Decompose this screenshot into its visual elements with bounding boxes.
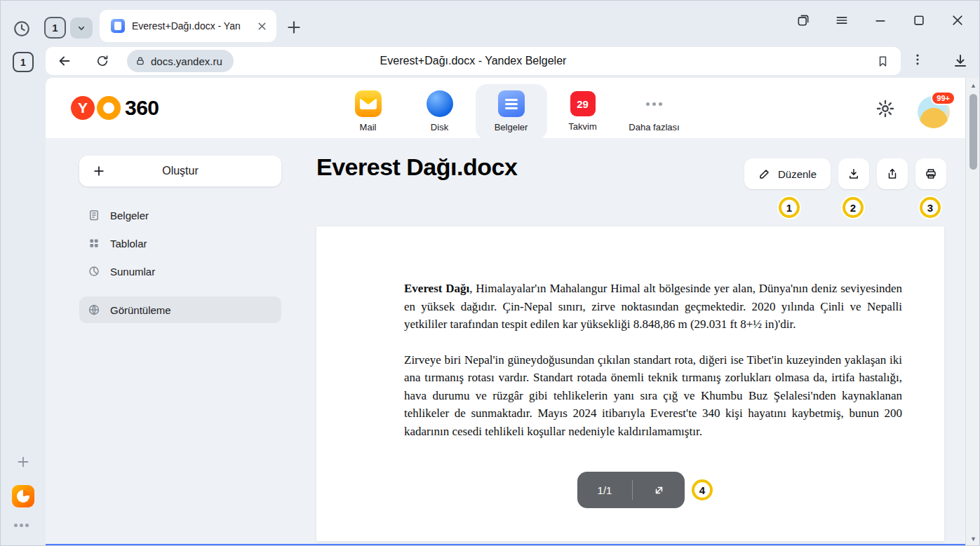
side-panel-counter[interactable]: 1 [13, 52, 34, 72]
reload-icon[interactable] [95, 54, 109, 68]
page-indicator: 1/1 [577, 472, 685, 508]
web-page: Y 360 Mail Disk Belgeler 29 [46, 78, 965, 546]
mail-icon [355, 90, 382, 117]
sidebar-item-tables[interactable]: Tablolar [79, 230, 281, 257]
more-services-icon [646, 90, 662, 117]
service-more[interactable]: Daha fazlası [619, 84, 690, 139]
tab-group-chip[interactable]: 1 [44, 17, 66, 39]
page-count: 1/1 [577, 484, 632, 496]
pencil-icon [758, 168, 771, 180]
address-bar: docs.yandex.ru Everest+Dağı.docx - Yande… [46, 47, 901, 75]
service-disk[interactable]: Disk [404, 84, 476, 139]
paragraph-2: Zirveye biri Nepal'in güneydoğusundan çı… [404, 351, 902, 441]
docs-favicon-icon [111, 19, 125, 33]
tab-panel-icon[interactable] [796, 13, 810, 27]
tab-close-icon[interactable] [256, 20, 268, 32]
yandex360-logo[interactable]: Y 360 [71, 96, 159, 120]
service-mail[interactable]: Mail [333, 84, 404, 139]
annotation-badge-3: 3 [920, 197, 941, 218]
pie-chart-icon [88, 265, 100, 278]
create-button[interactable]: Oluştur [79, 156, 281, 186]
download-button[interactable] [838, 158, 869, 189]
calendar-icon: 29 [570, 91, 596, 116]
annotation-badge-1: 1 [779, 197, 800, 218]
logo-360-text: 360 [125, 96, 159, 120]
document-title: Everest Dağı.docx [316, 153, 517, 181]
document-text: Everest Dağı, Himalayalar'ın Mahalangur … [404, 280, 902, 440]
download-icon [847, 168, 860, 180]
page-title: Everest+Dağı.docx - Yandex Belgeler [158, 55, 788, 67]
print-button[interactable] [915, 158, 946, 189]
document-icon [88, 209, 100, 221]
share-button[interactable] [877, 158, 908, 189]
browser-menu-icon[interactable] [835, 13, 849, 27]
lock-icon [135, 56, 145, 66]
paragraph-1: Everest Dağı, Himalayalar'ın Mahalangur … [404, 280, 902, 334]
sidebar-item-presentations[interactable]: Sunumlar [79, 258, 281, 285]
back-icon[interactable] [57, 53, 72, 69]
downloads-icon[interactable] [952, 53, 969, 69]
sidebar-item-documents[interactable]: Belgeler [79, 202, 281, 228]
service-documents[interactable]: Belgeler [476, 84, 547, 139]
logo-y-icon: Y [71, 96, 95, 120]
bookmark-icon[interactable] [876, 55, 890, 68]
printer-icon [925, 168, 937, 180]
logo-o-icon [97, 96, 121, 120]
sidebar-item-viewing[interactable]: Görüntüleme [79, 296, 281, 323]
fullscreen-button[interactable] [633, 484, 685, 497]
side-panel-more-icon[interactable] [14, 524, 29, 527]
notification-badge: 99+ [931, 91, 955, 105]
scroll-up-icon[interactable]: ▲ [966, 82, 980, 89]
toolbar-more-icon[interactable] [911, 53, 925, 69]
profile-avatar[interactable]: 99+ [918, 96, 950, 128]
annotation-badge-4: 4 [692, 479, 713, 500]
side-panel-add-icon[interactable] [15, 454, 31, 470]
page-scrollbar[interactable]: ▲ ▼ [965, 78, 980, 546]
scrollbar-thumb[interactable] [969, 94, 977, 170]
tab-title: Everest+Dağı.docx - Yan [132, 20, 250, 32]
annotation-badge-2: 2 [843, 197, 864, 218]
plus-icon [92, 164, 106, 178]
service-nav: Mail Disk Belgeler 29 Takvim Daha fazlas… [333, 84, 690, 139]
active-tab[interactable]: Everest+Dağı.docx - Yan [100, 10, 276, 42]
window-controls [796, 13, 965, 27]
browser-window: 1 Everest+Dağı.docx - Yan [0, 0, 980, 546]
tab-list-dropdown[interactable] [70, 18, 93, 39]
scroll-down-icon[interactable]: ▼ [966, 535, 980, 542]
history-clock-icon[interactable] [13, 20, 31, 38]
share-icon [886, 168, 899, 180]
yandex-logo-icon[interactable] [12, 485, 34, 507]
yandex360-header: Y 360 Mail Disk Belgeler 29 [46, 78, 965, 138]
document-actions: Düzenle [744, 158, 946, 189]
minimize-button[interactable] [873, 13, 887, 27]
content-area: Oluştur Belgeler Tablolar Sunumlar [46, 138, 965, 544]
maximize-button[interactable] [912, 13, 926, 27]
expand-icon [652, 484, 666, 497]
new-tab-button[interactable] [285, 18, 303, 36]
grid-icon [88, 237, 100, 250]
documents-icon [498, 90, 525, 117]
edit-button[interactable]: Düzenle [744, 158, 831, 189]
service-calendar[interactable]: 29 Takvim [547, 84, 619, 139]
globe-icon [88, 303, 100, 316]
settings-gear-icon[interactable] [875, 99, 895, 118]
close-window-button[interactable] [951, 13, 965, 27]
disk-icon [427, 90, 453, 117]
